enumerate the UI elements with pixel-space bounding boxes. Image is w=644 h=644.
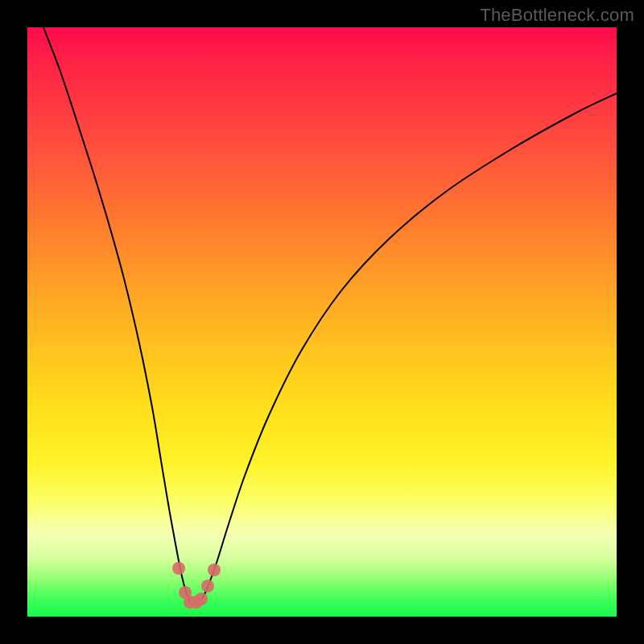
curve-marker bbox=[195, 592, 208, 605]
curve-marker bbox=[208, 564, 221, 576]
curve-marker bbox=[201, 580, 214, 592]
watermark-text: TheBottleneck.com bbox=[480, 5, 634, 26]
curve-layer bbox=[27, 27, 617, 617]
chart-frame: TheBottleneck.com bbox=[0, 0, 644, 644]
curve-markers bbox=[172, 562, 221, 609]
plot-area bbox=[27, 27, 617, 617]
curve-marker bbox=[172, 562, 185, 575]
bottleneck-curve-path bbox=[43, 27, 617, 605]
